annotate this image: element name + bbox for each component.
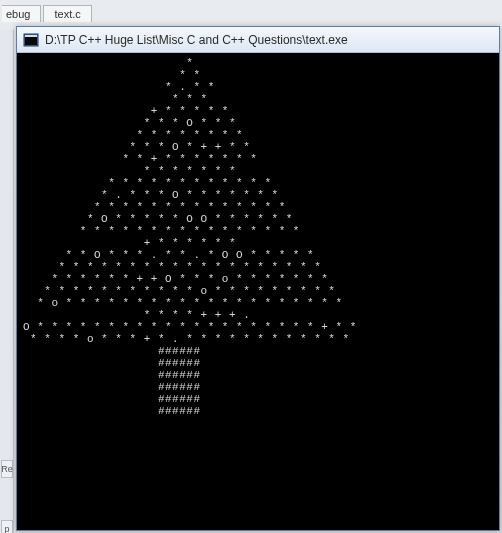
app-icon — [23, 32, 39, 48]
sidebar-button-label: Re — [1, 464, 13, 474]
tab-textc[interactable]: text.c — [43, 5, 91, 22]
ide-left-strip: Re p — [0, 30, 14, 533]
console-output: * * * * . * * * * * + * * * * * * * * O … — [17, 53, 499, 530]
sidebar-button-label: p — [4, 524, 9, 533]
tab-strip: ebug text.c — [0, 0, 92, 22]
console-window: D:\TP C++ Huge List\Misc C and C++ Quest… — [16, 26, 500, 531]
ide-background: ebug text.c Re p D:\TP C++ Huge List\Mis… — [0, 0, 502, 533]
svg-rect-1 — [25, 37, 37, 45]
sidebar-button-re[interactable]: Re — [1, 460, 13, 478]
titlebar[interactable]: D:\TP C++ Huge List\Misc C and C++ Quest… — [17, 27, 499, 53]
tab-label: text.c — [54, 8, 80, 20]
svg-rect-2 — [25, 35, 37, 37]
window-title: D:\TP C++ Huge List\Misc C and C++ Quest… — [45, 33, 348, 47]
tab-debug[interactable]: ebug — [2, 5, 41, 22]
tab-label: ebug — [6, 8, 30, 20]
sidebar-button-p[interactable]: p — [1, 520, 13, 533]
